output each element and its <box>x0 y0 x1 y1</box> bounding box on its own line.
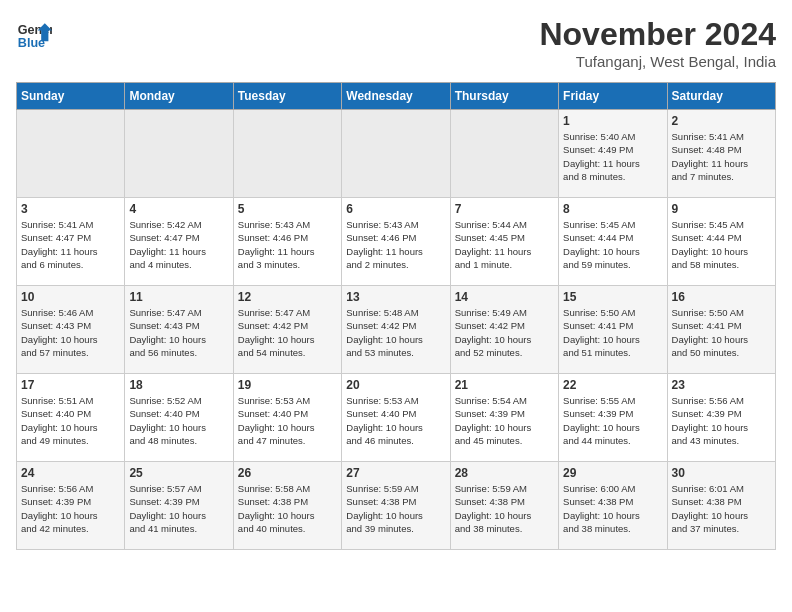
calendar-week-row: 24Sunrise: 5:56 AM Sunset: 4:39 PM Dayli… <box>17 462 776 550</box>
calendar-day-cell: 16Sunrise: 5:50 AM Sunset: 4:41 PM Dayli… <box>667 286 775 374</box>
calendar-day-cell: 27Sunrise: 5:59 AM Sunset: 4:38 PM Dayli… <box>342 462 450 550</box>
day-number: 26 <box>238 466 337 480</box>
calendar-day-cell: 20Sunrise: 5:53 AM Sunset: 4:40 PM Dayli… <box>342 374 450 462</box>
day-number: 2 <box>672 114 771 128</box>
logo: General Blue <box>16 16 52 52</box>
month-title: November 2024 <box>539 16 776 53</box>
calendar-day-cell: 22Sunrise: 5:55 AM Sunset: 4:39 PM Dayli… <box>559 374 667 462</box>
day-info: Sunrise: 5:43 AM Sunset: 4:46 PM Dayligh… <box>346 218 445 271</box>
calendar-day-cell: 24Sunrise: 5:56 AM Sunset: 4:39 PM Dayli… <box>17 462 125 550</box>
day-number: 27 <box>346 466 445 480</box>
calendar-day-cell: 9Sunrise: 5:45 AM Sunset: 4:44 PM Daylig… <box>667 198 775 286</box>
calendar-day-cell: 21Sunrise: 5:54 AM Sunset: 4:39 PM Dayli… <box>450 374 558 462</box>
calendar-day-cell: 23Sunrise: 5:56 AM Sunset: 4:39 PM Dayli… <box>667 374 775 462</box>
day-number: 14 <box>455 290 554 304</box>
day-number: 20 <box>346 378 445 392</box>
day-info: Sunrise: 5:47 AM Sunset: 4:42 PM Dayligh… <box>238 306 337 359</box>
day-info: Sunrise: 5:58 AM Sunset: 4:38 PM Dayligh… <box>238 482 337 535</box>
calendar-week-row: 1Sunrise: 5:40 AM Sunset: 4:49 PM Daylig… <box>17 110 776 198</box>
day-number: 23 <box>672 378 771 392</box>
day-info: Sunrise: 5:56 AM Sunset: 4:39 PM Dayligh… <box>672 394 771 447</box>
day-info: Sunrise: 5:45 AM Sunset: 4:44 PM Dayligh… <box>672 218 771 271</box>
day-info: Sunrise: 5:50 AM Sunset: 4:41 PM Dayligh… <box>563 306 662 359</box>
day-info: Sunrise: 6:00 AM Sunset: 4:38 PM Dayligh… <box>563 482 662 535</box>
weekday-header-tuesday: Tuesday <box>233 83 341 110</box>
calendar-day-cell <box>233 110 341 198</box>
weekday-header-monday: Monday <box>125 83 233 110</box>
calendar-day-cell: 10Sunrise: 5:46 AM Sunset: 4:43 PM Dayli… <box>17 286 125 374</box>
calendar-day-cell: 12Sunrise: 5:47 AM Sunset: 4:42 PM Dayli… <box>233 286 341 374</box>
calendar-day-cell: 1Sunrise: 5:40 AM Sunset: 4:49 PM Daylig… <box>559 110 667 198</box>
day-number: 21 <box>455 378 554 392</box>
calendar-day-cell: 28Sunrise: 5:59 AM Sunset: 4:38 PM Dayli… <box>450 462 558 550</box>
day-number: 6 <box>346 202 445 216</box>
day-info: Sunrise: 5:54 AM Sunset: 4:39 PM Dayligh… <box>455 394 554 447</box>
day-info: Sunrise: 5:59 AM Sunset: 4:38 PM Dayligh… <box>455 482 554 535</box>
weekday-header-wednesday: Wednesday <box>342 83 450 110</box>
day-info: Sunrise: 5:52 AM Sunset: 4:40 PM Dayligh… <box>129 394 228 447</box>
day-info: Sunrise: 5:43 AM Sunset: 4:46 PM Dayligh… <box>238 218 337 271</box>
day-info: Sunrise: 5:47 AM Sunset: 4:43 PM Dayligh… <box>129 306 228 359</box>
day-info: Sunrise: 5:41 AM Sunset: 4:48 PM Dayligh… <box>672 130 771 183</box>
calendar-day-cell: 13Sunrise: 5:48 AM Sunset: 4:42 PM Dayli… <box>342 286 450 374</box>
day-info: Sunrise: 5:48 AM Sunset: 4:42 PM Dayligh… <box>346 306 445 359</box>
location: Tufanganj, West Bengal, India <box>539 53 776 70</box>
day-number: 4 <box>129 202 228 216</box>
calendar-day-cell: 29Sunrise: 6:00 AM Sunset: 4:38 PM Dayli… <box>559 462 667 550</box>
day-info: Sunrise: 5:40 AM Sunset: 4:49 PM Dayligh… <box>563 130 662 183</box>
day-number: 18 <box>129 378 228 392</box>
day-info: Sunrise: 5:45 AM Sunset: 4:44 PM Dayligh… <box>563 218 662 271</box>
day-number: 30 <box>672 466 771 480</box>
day-info: Sunrise: 5:44 AM Sunset: 4:45 PM Dayligh… <box>455 218 554 271</box>
day-number: 10 <box>21 290 120 304</box>
calendar-day-cell <box>17 110 125 198</box>
weekday-header-thursday: Thursday <box>450 83 558 110</box>
day-info: Sunrise: 6:01 AM Sunset: 4:38 PM Dayligh… <box>672 482 771 535</box>
calendar-day-cell: 11Sunrise: 5:47 AM Sunset: 4:43 PM Dayli… <box>125 286 233 374</box>
calendar-table: SundayMondayTuesdayWednesdayThursdayFrid… <box>16 82 776 550</box>
calendar-day-cell <box>342 110 450 198</box>
calendar-day-cell: 17Sunrise: 5:51 AM Sunset: 4:40 PM Dayli… <box>17 374 125 462</box>
day-info: Sunrise: 5:56 AM Sunset: 4:39 PM Dayligh… <box>21 482 120 535</box>
day-info: Sunrise: 5:46 AM Sunset: 4:43 PM Dayligh… <box>21 306 120 359</box>
calendar-day-cell <box>450 110 558 198</box>
calendar-day-cell: 14Sunrise: 5:49 AM Sunset: 4:42 PM Dayli… <box>450 286 558 374</box>
calendar-day-cell: 2Sunrise: 5:41 AM Sunset: 4:48 PM Daylig… <box>667 110 775 198</box>
day-number: 19 <box>238 378 337 392</box>
calendar-day-cell: 5Sunrise: 5:43 AM Sunset: 4:46 PM Daylig… <box>233 198 341 286</box>
day-info: Sunrise: 5:49 AM Sunset: 4:42 PM Dayligh… <box>455 306 554 359</box>
calendar-day-cell: 6Sunrise: 5:43 AM Sunset: 4:46 PM Daylig… <box>342 198 450 286</box>
weekday-header-row: SundayMondayTuesdayWednesdayThursdayFrid… <box>17 83 776 110</box>
day-info: Sunrise: 5:42 AM Sunset: 4:47 PM Dayligh… <box>129 218 228 271</box>
calendar-day-cell: 7Sunrise: 5:44 AM Sunset: 4:45 PM Daylig… <box>450 198 558 286</box>
day-info: Sunrise: 5:53 AM Sunset: 4:40 PM Dayligh… <box>346 394 445 447</box>
calendar-day-cell: 8Sunrise: 5:45 AM Sunset: 4:44 PM Daylig… <box>559 198 667 286</box>
svg-text:Blue: Blue <box>18 36 45 50</box>
page-header: General Blue November 2024 Tufanganj, We… <box>16 16 776 70</box>
day-number: 16 <box>672 290 771 304</box>
day-number: 29 <box>563 466 662 480</box>
calendar-day-cell: 26Sunrise: 5:58 AM Sunset: 4:38 PM Dayli… <box>233 462 341 550</box>
weekday-header-friday: Friday <box>559 83 667 110</box>
day-number: 28 <box>455 466 554 480</box>
calendar-day-cell <box>125 110 233 198</box>
day-number: 8 <box>563 202 662 216</box>
calendar-day-cell: 18Sunrise: 5:52 AM Sunset: 4:40 PM Dayli… <box>125 374 233 462</box>
day-number: 15 <box>563 290 662 304</box>
day-number: 1 <box>563 114 662 128</box>
day-info: Sunrise: 5:59 AM Sunset: 4:38 PM Dayligh… <box>346 482 445 535</box>
calendar-day-cell: 19Sunrise: 5:53 AM Sunset: 4:40 PM Dayli… <box>233 374 341 462</box>
day-number: 13 <box>346 290 445 304</box>
day-number: 7 <box>455 202 554 216</box>
day-info: Sunrise: 5:53 AM Sunset: 4:40 PM Dayligh… <box>238 394 337 447</box>
calendar-day-cell: 4Sunrise: 5:42 AM Sunset: 4:47 PM Daylig… <box>125 198 233 286</box>
day-number: 17 <box>21 378 120 392</box>
calendar-day-cell: 3Sunrise: 5:41 AM Sunset: 4:47 PM Daylig… <box>17 198 125 286</box>
calendar-week-row: 3Sunrise: 5:41 AM Sunset: 4:47 PM Daylig… <box>17 198 776 286</box>
day-number: 5 <box>238 202 337 216</box>
day-info: Sunrise: 5:41 AM Sunset: 4:47 PM Dayligh… <box>21 218 120 271</box>
day-number: 25 <box>129 466 228 480</box>
day-number: 11 <box>129 290 228 304</box>
day-number: 9 <box>672 202 771 216</box>
day-info: Sunrise: 5:51 AM Sunset: 4:40 PM Dayligh… <box>21 394 120 447</box>
